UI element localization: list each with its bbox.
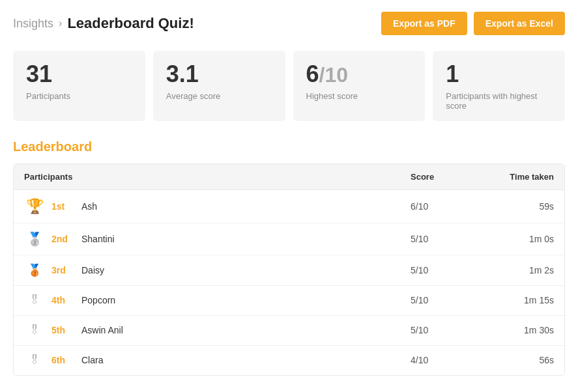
row-score-1: 6/10 xyxy=(411,201,476,212)
row-participant-2: 🥈 2nd Shantini xyxy=(24,231,411,247)
breadcrumb: Insights › Leaderboard Quiz! xyxy=(13,15,194,32)
breadcrumb-title: Leaderboard Quiz! xyxy=(67,15,194,32)
row-score-5: 5/10 xyxy=(411,325,476,335)
table-row: 🎖 5th Aswin Anil 5/10 1m 30s xyxy=(14,316,564,346)
rank-icon-1: 🏆 xyxy=(24,198,45,215)
export-excel-button[interactable]: Export as Excel xyxy=(474,12,565,35)
rank-label-3: 3rd xyxy=(51,265,75,275)
rank-icon-6: 🎖 xyxy=(24,354,45,367)
stat-label-average: Average score xyxy=(166,91,272,101)
table-row: 🥈 2nd Shantini 5/10 1m 0s xyxy=(14,223,564,255)
row-score-6: 4/10 xyxy=(411,355,476,365)
stat-label-top-count: Participants with highest score xyxy=(446,91,552,111)
rank-label-5: 5th xyxy=(51,325,75,335)
stat-card-average: 3.1 Average score xyxy=(153,51,285,121)
stat-label-highest: Highest score xyxy=(306,91,412,101)
table-row: 🎖 6th Clara 4/10 56s xyxy=(14,346,564,375)
medal-icon: 🎖 xyxy=(29,294,40,307)
header-score: Score xyxy=(411,172,476,182)
header: Insights › Leaderboard Quiz! Export as P… xyxy=(13,12,565,35)
rank-icon-4: 🎖 xyxy=(24,294,45,307)
stat-value-participants: 31 xyxy=(26,61,132,87)
header-buttons: Export as PDF Export as Excel xyxy=(381,12,565,35)
table-row: 🏆 1st Ash 6/10 59s xyxy=(14,190,564,223)
row-time-1: 59s xyxy=(476,201,554,212)
stat-label-participants: Participants xyxy=(26,91,132,101)
bronze-trophy-icon: 🥉 xyxy=(27,263,42,277)
table-header: Participants Score Time taken xyxy=(14,164,564,190)
participant-name-3: Daisy xyxy=(81,265,104,275)
leaderboard-table: Participants Score Time taken 🏆 1st Ash … xyxy=(13,163,565,376)
row-time-6: 56s xyxy=(476,355,554,365)
row-time-2: 1m 0s xyxy=(476,234,554,244)
row-participant-1: 🏆 1st Ash xyxy=(24,198,411,215)
rank-icon-5: 🎖 xyxy=(24,324,45,337)
medal-icon: 🎖 xyxy=(29,354,40,367)
stat-value-highest: 6/10 xyxy=(306,61,412,87)
breadcrumb-separator: › xyxy=(59,18,62,29)
participant-name-5: Aswin Anil xyxy=(81,325,123,335)
rank-icon-3: 🥉 xyxy=(24,263,45,277)
rank-label-2: 2nd xyxy=(51,234,75,244)
rank-label-4: 4th xyxy=(51,295,75,305)
row-time-4: 1m 15s xyxy=(476,295,554,305)
page-container: Insights › Leaderboard Quiz! Export as P… xyxy=(0,0,578,387)
stat-denominator-highest: /10 xyxy=(319,63,348,87)
row-participant-4: 🎖 4th Popcorn xyxy=(24,294,411,307)
rank-label-1: 1st xyxy=(51,201,75,212)
breadcrumb-insights: Insights xyxy=(13,17,53,31)
row-participant-5: 🎖 5th Aswin Anil xyxy=(24,324,411,337)
participant-name-1: Ash xyxy=(81,201,97,212)
rank-label-6: 6th xyxy=(51,355,75,365)
row-score-4: 5/10 xyxy=(411,295,476,305)
row-score-2: 5/10 xyxy=(411,234,476,244)
rank-icon-2: 🥈 xyxy=(24,231,45,247)
table-row: 🥉 3rd Daisy 5/10 1m 2s xyxy=(14,255,564,286)
stat-card-participants: 31 Participants xyxy=(13,51,145,121)
row-time-5: 1m 30s xyxy=(476,325,554,335)
leaderboard-rows: 🏆 1st Ash 6/10 59s 🥈 2nd Shantini 5/10 1… xyxy=(14,190,564,375)
stat-value-average: 3.1 xyxy=(166,61,272,87)
participant-name-6: Clara xyxy=(81,355,103,365)
row-time-3: 1m 2s xyxy=(476,265,554,275)
row-score-3: 5/10 xyxy=(411,265,476,275)
stats-row: 31 Participants 3.1 Average score 6/10 H… xyxy=(13,51,565,121)
gold-trophy-icon: 🏆 xyxy=(26,198,44,215)
stat-card-top-count: 1 Participants with highest score xyxy=(433,51,565,121)
silver-trophy-icon: 🥈 xyxy=(27,231,43,247)
leaderboard-title: Leaderboard xyxy=(13,139,565,154)
export-pdf-button[interactable]: Export as PDF xyxy=(381,12,467,35)
table-row: 🎖 4th Popcorn 5/10 1m 15s xyxy=(14,286,564,316)
participant-name-2: Shantini xyxy=(81,234,115,244)
header-participant: Participants xyxy=(24,172,411,182)
row-participant-6: 🎖 6th Clara xyxy=(24,354,411,367)
stat-card-highest: 6/10 Highest score xyxy=(293,51,426,121)
participant-name-4: Popcorn xyxy=(81,295,115,305)
row-participant-3: 🥉 3rd Daisy xyxy=(24,263,411,277)
header-time: Time taken xyxy=(476,172,554,182)
medal-icon: 🎖 xyxy=(29,324,40,337)
stat-value-top-count: 1 xyxy=(446,61,552,87)
